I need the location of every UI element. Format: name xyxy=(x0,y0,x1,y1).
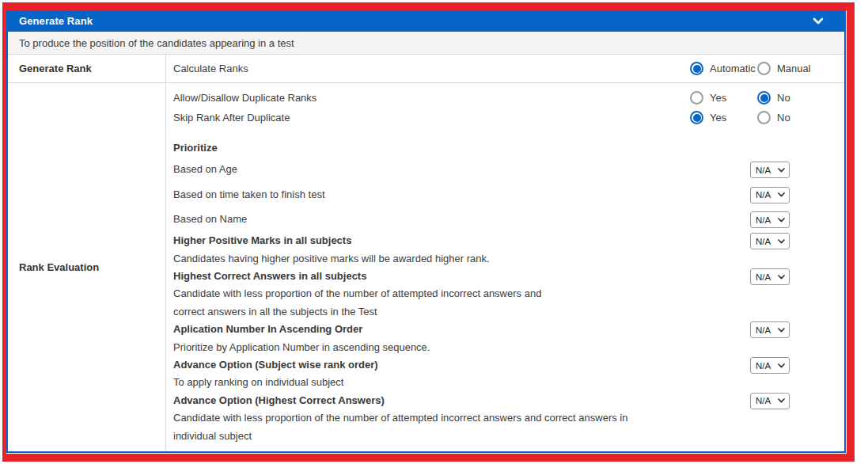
chevron-down-icon xyxy=(778,239,785,244)
select-advance-subject-wise[interactable]: N/A xyxy=(750,357,790,374)
chevron-down-icon xyxy=(778,192,785,197)
chevron-down-icon xyxy=(778,328,785,333)
prioritize-item: Highest Correct Answers in all subjects … xyxy=(173,268,844,285)
prioritize-item: Higher Positive Marks in all subjects N/… xyxy=(173,232,844,249)
chevron-down-icon xyxy=(778,275,785,280)
prioritize-item: Aplication Number In Ascending Order N/A xyxy=(173,321,844,338)
allow-duplicate-radio-group: Yes No xyxy=(690,91,844,105)
radio-allow-no-icon[interactable] xyxy=(757,91,771,105)
calculate-ranks-label: Calculate Ranks xyxy=(173,63,248,74)
section-label-generate-rank: Generate Rank xyxy=(8,55,166,82)
prioritize-item: Based on Age N/A xyxy=(173,157,844,182)
prioritize-heading: Prioritize xyxy=(173,139,844,157)
select-time-taken[interactable]: N/A xyxy=(750,187,790,203)
toggle-allow-duplicate-ranks: Allow/Disallow Duplicate Ranks Yes No xyxy=(173,88,844,108)
radio-option-manual[interactable]: Manual xyxy=(757,62,811,75)
item-description: Candidate with less proportion of the nu… xyxy=(173,409,844,427)
radio-skip-no-icon[interactable] xyxy=(757,111,771,124)
radio-option-skip-yes[interactable]: Yes xyxy=(690,111,757,124)
panel-header[interactable]: Generate Rank xyxy=(8,10,844,32)
radio-automatic-icon[interactable] xyxy=(690,62,703,75)
section-label-rank-evaluation: Rank Evaluation xyxy=(8,83,166,451)
calculate-ranks-radio-group: Automatic Manual xyxy=(690,62,844,75)
chevron-down-icon xyxy=(778,363,785,368)
item-description: correct answers in all the subjects in t… xyxy=(173,303,844,321)
page: Generate Rank To produce the position of… xyxy=(0,0,868,464)
select-highest-correct-answers[interactable]: N/A xyxy=(750,268,790,285)
radio-manual-icon[interactable] xyxy=(757,62,771,75)
panel-title: Generate Rank xyxy=(19,15,93,27)
chevron-down-icon xyxy=(778,218,785,222)
generate-rank-row: Generate Rank Calculate Ranks Automatic … xyxy=(8,55,844,83)
skip-rank-radio-group: Yes No xyxy=(690,111,844,124)
radio-skip-yes-icon[interactable] xyxy=(690,111,703,124)
panel-subtitle: To produce the position of the candidate… xyxy=(8,32,844,55)
item-description: Prioritize by Application Number in asce… xyxy=(173,339,844,356)
select-advance-highest-correct[interactable]: N/A xyxy=(750,393,790,409)
select-based-on-age[interactable]: N/A xyxy=(750,162,790,178)
select-based-on-name[interactable]: N/A xyxy=(750,211,790,228)
radio-option-skip-no[interactable]: No xyxy=(757,111,790,124)
chevron-down-icon[interactable] xyxy=(813,17,824,25)
item-description: Candidate with less proportion of the nu… xyxy=(173,285,844,302)
chevron-down-icon xyxy=(778,398,785,403)
select-application-number[interactable]: N/A xyxy=(750,321,790,338)
generate-rank-panel: Generate Rank To produce the position of… xyxy=(6,10,846,453)
radio-option-automatic[interactable]: Automatic xyxy=(690,62,757,75)
radio-option-allow-no[interactable]: No xyxy=(757,91,790,105)
item-description: To apply ranking on individual subject xyxy=(173,374,844,391)
toggle-skip-rank-after-duplicate: Skip Rank After Duplicate Yes No xyxy=(173,108,844,127)
prioritize-item: Advance Option (Subject wise rank order)… xyxy=(173,356,844,374)
chevron-down-icon xyxy=(778,168,785,173)
radio-option-allow-yes[interactable]: Yes xyxy=(690,91,757,105)
prioritize-item: Advance Option (Highest Correct Answers)… xyxy=(173,392,844,409)
prioritize-item: Based on time taken to finish test N/A xyxy=(173,182,844,207)
item-description: Candidates having higher positive marks … xyxy=(173,250,844,268)
prioritize-item: Based on Name N/A xyxy=(173,207,844,233)
radio-allow-yes-icon[interactable] xyxy=(690,91,703,105)
select-higher-positive-marks[interactable]: N/A xyxy=(750,233,790,249)
rank-evaluation-row: Rank Evaluation Allow/Disallow Duplicate… xyxy=(8,83,844,451)
item-description: individual subject xyxy=(173,428,844,445)
